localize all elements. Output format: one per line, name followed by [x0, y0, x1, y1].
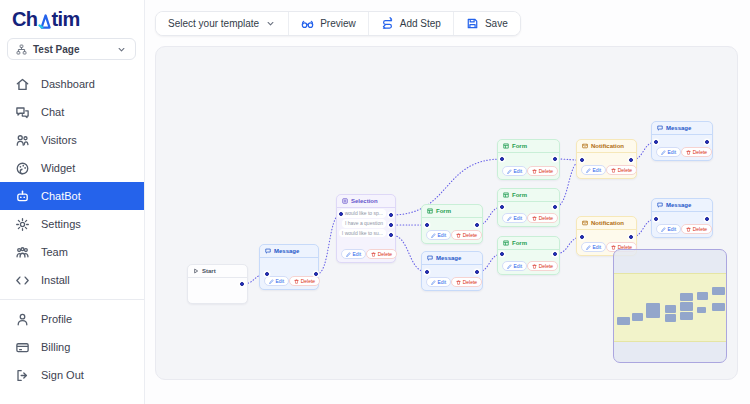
delete-label: Delete [463, 233, 477, 238]
connector-port[interactable] [475, 270, 479, 274]
node-delete-button[interactable]: Delete [527, 166, 558, 176]
connector-port[interactable] [314, 272, 318, 276]
sidebar-item-sign-out[interactable]: Sign Out [0, 361, 144, 389]
node-edit-button[interactable]: Edit [341, 249, 366, 259]
flow-node-form-3[interactable]: FormEditDelete [497, 236, 560, 275]
connector-port[interactable] [553, 157, 557, 161]
connector-port[interactable] [265, 272, 269, 276]
node-edit-button[interactable]: Edit [581, 242, 606, 252]
connector-port[interactable] [389, 233, 393, 237]
sidebar-item-settings[interactable]: Settings [0, 210, 144, 238]
connector-port[interactable] [389, 223, 393, 227]
connector-port[interactable] [553, 252, 557, 256]
connector-port[interactable] [425, 223, 429, 227]
connector-port[interactable] [339, 212, 343, 216]
add-step-icon [381, 17, 394, 30]
sidebar-item-label: Profile [41, 313, 72, 325]
template-select-label: Select your template [168, 18, 259, 29]
node-delete-button[interactable]: Delete [366, 249, 397, 259]
connector-port[interactable] [425, 270, 429, 274]
connector-port[interactable] [580, 158, 584, 162]
save-button[interactable]: Save [454, 12, 520, 35]
connector-port[interactable] [654, 140, 658, 144]
node-delete-button[interactable]: Delete [289, 276, 320, 286]
connector-port[interactable] [389, 213, 393, 217]
flow-node-start[interactable]: Start [187, 264, 248, 304]
workspace-selector[interactable]: Test Page [7, 38, 136, 60]
connector-port[interactable] [475, 223, 479, 227]
selection-option[interactable]: I would like to sp... [342, 209, 386, 218]
flow-node-form-mid[interactable]: FormEditDelete [421, 204, 483, 244]
connector-port[interactable] [500, 205, 504, 209]
form-node-icon [503, 192, 509, 198]
sidebar-item-chatbot[interactable]: ChatBot [0, 182, 144, 210]
message-node-icon [427, 255, 433, 261]
node-delete-button[interactable]: Delete [606, 165, 637, 175]
node-title: Notification [591, 220, 624, 226]
sidebar-nav-main: DashboardChatVisitorsWidgetChatBotSettin… [0, 70, 144, 294]
edit-icon [269, 279, 274, 284]
sidebar-item-label: Settings [41, 218, 81, 230]
minimap[interactable] [613, 249, 727, 363]
node-delete-button[interactable]: Delete [527, 213, 558, 223]
node-edit-button[interactable]: Edit [656, 147, 681, 157]
node-delete-button[interactable]: Delete [681, 224, 712, 234]
sidebar-item-chat[interactable]: Chat [0, 98, 144, 126]
node-header: Message [260, 245, 318, 258]
connector-port[interactable] [654, 217, 658, 221]
connector-port[interactable] [580, 235, 584, 239]
flow-node-form-2[interactable]: FormEditDelete [497, 188, 560, 227]
flow-node-message-mid[interactable]: MessageEditDelete [421, 251, 483, 291]
flow-node-form-1[interactable]: FormEditDelete [497, 139, 560, 180]
node-edit-button[interactable]: Edit [502, 261, 527, 271]
flow-node-selection-1[interactable]: SelectionI would like to sp...I have a q… [336, 194, 396, 263]
sidebar-item-billing[interactable]: Billing [0, 333, 144, 361]
connector-port[interactable] [629, 235, 633, 239]
connector-port[interactable] [705, 140, 709, 144]
template-select[interactable]: Select your template [156, 12, 289, 35]
node-delete-button[interactable]: Delete [451, 277, 482, 287]
flow-node-message-r1[interactable]: MessageEditDelete [651, 121, 713, 161]
sidebar-item-profile[interactable]: Profile [0, 305, 144, 333]
node-delete-button[interactable]: Delete [527, 261, 558, 271]
sidebar: Ch tim Test Page DashboardChatVisitorsWi… [0, 0, 145, 404]
connector-port[interactable] [553, 205, 557, 209]
edit-label: Edit [514, 169, 523, 174]
connector-port[interactable] [705, 217, 709, 221]
preview-button[interactable]: Preview [289, 12, 369, 35]
connector-port[interactable] [500, 252, 504, 256]
flow-node-notification-1[interactable]: NotificationEditDelete [576, 139, 637, 179]
node-edit-button[interactable]: Edit [581, 165, 606, 175]
node-edit-button[interactable]: Edit [264, 276, 289, 286]
node-edit-button[interactable]: Edit [502, 213, 527, 223]
delete-label: Delete [539, 264, 553, 269]
sidebar-item-team[interactable]: Team [0, 238, 144, 266]
node-header: Message [422, 252, 482, 265]
node-edit-button[interactable]: Edit [502, 166, 527, 176]
node-edit-button[interactable]: Edit [656, 224, 681, 234]
node-delete-button[interactable]: Delete [451, 230, 482, 240]
sidebar-item-visitors[interactable]: Visitors [0, 126, 144, 154]
delete-icon [532, 216, 537, 221]
flow-node-message-r2[interactable]: MessageEditDelete [651, 198, 713, 238]
flow-node-message-1[interactable]: MessageEditDelete [259, 244, 319, 290]
sidebar-item-dashboard[interactable]: Dashboard [0, 70, 144, 98]
flow-canvas[interactable]: StartMessageEditDeleteSelectionI would l… [155, 46, 738, 380]
node-body: EditDelete [577, 153, 636, 178]
sidebar-item-widget[interactable]: Widget [0, 154, 144, 182]
install-icon [15, 273, 30, 288]
delete-icon [532, 264, 537, 269]
sidebar-item-install[interactable]: Install [0, 266, 144, 294]
connector-port[interactable] [629, 158, 633, 162]
add-step-button[interactable]: Add Step [369, 12, 454, 35]
node-edit-button[interactable]: Edit [426, 277, 451, 287]
connector-port[interactable] [240, 282, 244, 286]
node-header: Message [652, 122, 712, 135]
selection-option[interactable]: I would like to su... [342, 229, 386, 238]
node-header: Notification [577, 140, 636, 153]
node-delete-button[interactable]: Delete [681, 147, 712, 157]
delete-label: Delete [463, 280, 477, 285]
selection-option[interactable]: I have a question [342, 219, 386, 228]
node-edit-button[interactable]: Edit [426, 230, 451, 240]
connector-port[interactable] [500, 157, 504, 161]
